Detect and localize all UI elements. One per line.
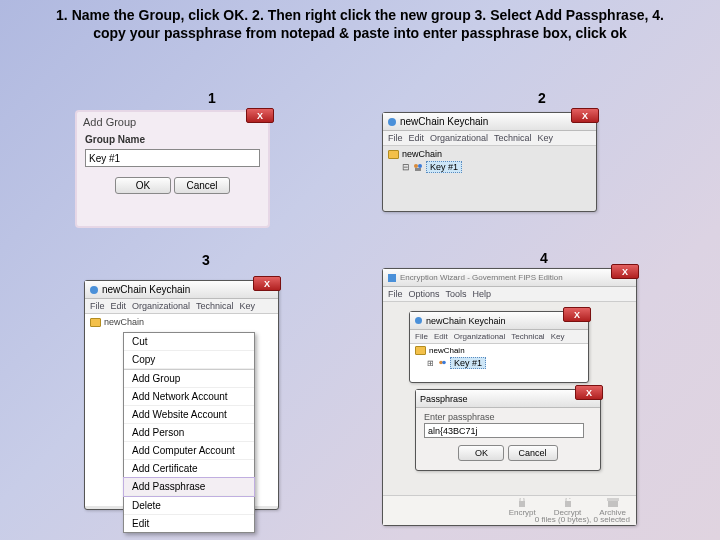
window-title: newChain Keychain — [426, 316, 506, 326]
menu-key[interactable]: Key — [240, 301, 256, 311]
group-icon — [413, 162, 423, 172]
folder-icon — [90, 318, 101, 327]
ok-button[interactable]: OK — [458, 445, 504, 461]
app-icon — [89, 285, 99, 295]
passphrase-label: Enter passphrase — [416, 408, 600, 423]
keychain-window-nested: newChain Keychain X File Edit Organizati… — [409, 311, 589, 383]
svg-point-0 — [388, 118, 396, 126]
titlebar: Passphrase X — [416, 390, 600, 408]
passphrase-input[interactable] — [424, 423, 584, 438]
menu-technical[interactable]: Technical — [511, 332, 544, 341]
menu-file[interactable]: File — [415, 332, 428, 341]
menu-item-add-certificate[interactable]: Add Certificate — [124, 460, 254, 478]
menu-item-add-passphrase[interactable]: Add Passphrase — [124, 478, 254, 496]
titlebar: newChain Keychain X — [410, 312, 588, 330]
step-3-label: 3 — [202, 252, 210, 268]
step-4-label: 4 — [540, 250, 548, 266]
encryption-wizard-window: Encryption Wizard - Government FIPS Edit… — [382, 268, 637, 526]
svg-rect-9 — [519, 501, 525, 507]
menu-item-copy[interactable]: Copy — [124, 351, 254, 369]
close-icon[interactable]: X — [611, 264, 639, 279]
menu-item-add-network[interactable]: Add Network Account — [124, 388, 254, 406]
dialog-title: Add Group X — [77, 112, 268, 132]
folder-icon — [415, 346, 426, 355]
close-icon[interactable]: X — [571, 108, 599, 123]
dialog-title: Passphrase — [420, 394, 468, 404]
instructions-text: 1. Name the Group, click OK. 2. Then rig… — [0, 0, 720, 44]
svg-rect-5 — [388, 274, 396, 282]
menu-item-add-group[interactable]: Add Group — [124, 370, 254, 388]
menu-file[interactable]: File — [388, 133, 403, 143]
window-title: newChain Keychain — [400, 116, 488, 127]
folder-icon — [388, 150, 399, 159]
close-icon[interactable]: X — [246, 108, 274, 123]
svg-point-8 — [442, 360, 446, 364]
menu-file[interactable]: File — [388, 289, 403, 299]
window-title: newChain Keychain — [102, 284, 190, 295]
svg-point-2 — [418, 164, 422, 168]
tree-root-label: newChain — [429, 346, 465, 355]
step-1-label: 1 — [208, 90, 216, 106]
tree-root-label: newChain — [104, 317, 144, 327]
add-group-dialog: Add Group X Group Name OK Cancel — [75, 110, 270, 228]
svg-rect-12 — [607, 498, 619, 501]
menu-help[interactable]: Help — [473, 289, 492, 299]
menubar: File Edit Organizational Technical Key — [383, 131, 596, 146]
group-name-input[interactable] — [85, 149, 260, 167]
svg-point-6 — [415, 317, 422, 324]
passphrase-dialog: Passphrase X Enter passphrase OK Cancel — [415, 389, 601, 471]
menu-key[interactable]: Key — [538, 133, 554, 143]
tree-root-label: newChain — [402, 149, 442, 159]
menu-organizational[interactable]: Organizational — [430, 133, 488, 143]
svg-rect-11 — [608, 500, 618, 507]
group-name-label: Group Name — [77, 132, 268, 147]
menu-edit[interactable]: Edit — [434, 332, 448, 341]
menu-item-add-website[interactable]: Add Website Account — [124, 406, 254, 424]
menu-tools[interactable]: Tools — [446, 289, 467, 299]
titlebar: newChain Keychain X — [383, 113, 596, 131]
svg-point-1 — [414, 164, 418, 168]
app-icon — [387, 273, 397, 283]
menu-item-add-person[interactable]: Add Person — [124, 424, 254, 442]
tree-item-key[interactable]: ⊞ Key #1 — [427, 357, 583, 369]
close-icon[interactable]: X — [253, 276, 281, 291]
cancel-button[interactable]: Cancel — [508, 445, 558, 461]
status-text: 0 files (0 bytes), 0 selected — [535, 515, 630, 524]
menu-item-delete[interactable]: Delete — [124, 497, 254, 515]
menubar: File Options Tools Help — [383, 287, 636, 302]
menu-edit[interactable]: Edit — [111, 301, 127, 311]
cancel-button[interactable]: Cancel — [174, 177, 230, 194]
svg-point-4 — [90, 286, 98, 294]
menu-key[interactable]: Key — [551, 332, 565, 341]
app-icon — [387, 117, 397, 127]
encrypt-icon[interactable]: Encrypt — [509, 498, 536, 517]
menu-item-add-computer[interactable]: Add Computer Account — [124, 442, 254, 460]
menu-file[interactable]: File — [90, 301, 105, 311]
keychain-window-1: newChain Keychain X File Edit Organizati… — [382, 112, 597, 212]
menu-item-edit[interactable]: Edit — [124, 515, 254, 532]
keychain-window-2: newChain Keychain X File Edit Organizati… — [84, 280, 279, 510]
menu-options[interactable]: Options — [409, 289, 440, 299]
titlebar: newChain Keychain X — [85, 281, 278, 299]
step-2-label: 2 — [538, 90, 546, 106]
tree-item-key[interactable]: ⊟ Key #1 — [402, 161, 591, 173]
encrypt-label: Encrypt — [509, 508, 536, 517]
ok-button[interactable]: OK — [115, 177, 171, 194]
tree-item-label: Key #1 — [450, 357, 486, 369]
tree-root[interactable]: newChain — [388, 149, 591, 159]
menu-technical[interactable]: Technical — [494, 133, 532, 143]
menu-organizational[interactable]: Organizational — [132, 301, 190, 311]
group-icon — [437, 358, 447, 368]
tree-item-label: Key #1 — [426, 161, 462, 173]
menu-edit[interactable]: Edit — [409, 133, 425, 143]
dialog-title-text: Add Group — [83, 116, 136, 128]
close-icon[interactable]: X — [563, 307, 591, 322]
tree-root[interactable]: newChain — [90, 317, 273, 327]
menu-item-cut[interactable]: Cut — [124, 333, 254, 351]
tree-root[interactable]: newChain — [415, 346, 583, 355]
menu-technical[interactable]: Technical — [196, 301, 234, 311]
svg-rect-10 — [565, 501, 571, 507]
close-icon[interactable]: X — [575, 385, 603, 400]
menu-organizational[interactable]: Organizational — [454, 332, 506, 341]
menubar: File Edit Organizational Technical Key — [410, 330, 588, 344]
